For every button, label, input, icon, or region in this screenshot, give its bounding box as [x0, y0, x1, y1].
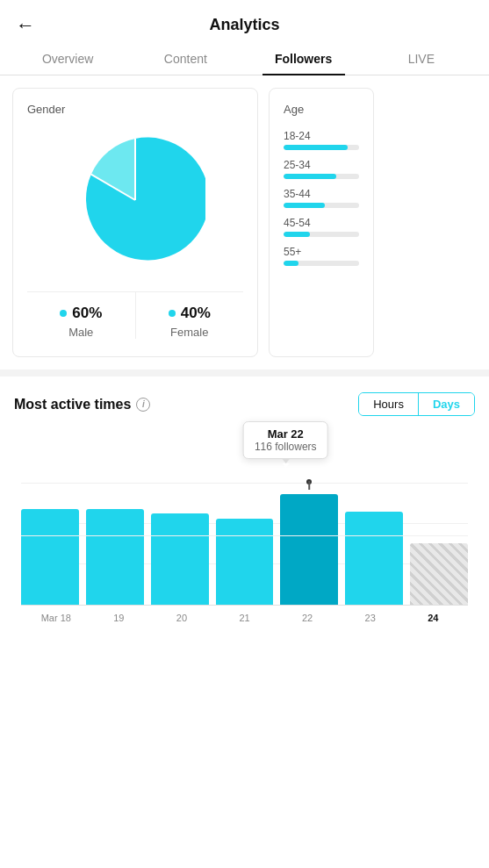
legend-male: 60% Male — [27, 292, 136, 339]
hours-toggle[interactable]: Hours — [359, 393, 419, 415]
active-times-title: Most active times — [14, 397, 131, 412]
bar — [86, 509, 144, 605]
male-label: Male — [68, 326, 93, 339]
bar — [21, 509, 79, 605]
gender-age-section: Gender 60% Male — [0, 75, 489, 369]
age-range-label: 25-34 — [284, 159, 359, 171]
bar-col[interactable] — [21, 483, 79, 605]
age-bar-fill — [284, 203, 325, 208]
title-group: Most active times i — [14, 397, 150, 412]
male-dot — [60, 310, 67, 317]
age-range-label: 18-24 — [284, 130, 359, 142]
age-row: 55+ — [284, 246, 359, 266]
days-toggle[interactable]: Days — [419, 393, 474, 415]
bar-col[interactable] — [151, 483, 209, 605]
bar-label: 19 — [91, 613, 147, 623]
age-bar-fill — [284, 232, 310, 237]
age-range-label: 55+ — [284, 246, 359, 258]
female-label: Female — [170, 326, 208, 339]
bar-col[interactable] — [410, 483, 468, 605]
bar — [345, 512, 403, 605]
age-row: 25-34 — [284, 159, 359, 179]
bar — [216, 519, 274, 605]
tab-followers[interactable]: Followers — [245, 43, 363, 75]
bar-label: 20 — [154, 613, 210, 623]
bar-chart-wrapper: Mar 22 116 followers Mar 18192021222324 — [14, 430, 475, 623]
bar-col[interactable] — [280, 483, 338, 605]
age-bar-fill — [284, 261, 298, 266]
bar — [410, 543, 468, 605]
bar-label: 24 — [405, 613, 461, 623]
age-bar-bg — [284, 261, 359, 266]
bar — [151, 513, 209, 605]
gender-label: Gender — [27, 103, 243, 116]
age-rows: 18-24 25-34 35-44 45-54 55+ — [284, 130, 359, 266]
female-dot — [169, 310, 176, 317]
info-icon[interactable]: i — [136, 398, 150, 412]
age-range-label: 35-44 — [284, 188, 359, 200]
age-card: Age 18-24 25-34 35-44 45-54 55+ — [269, 88, 374, 357]
age-bar-bg — [284, 232, 359, 237]
bar-tooltip-line — [309, 481, 311, 490]
age-row: 45-54 — [284, 217, 359, 237]
page-title: Analytics — [209, 16, 279, 34]
active-times-section: Most active times i Hours Days Mar 22 11… — [0, 377, 489, 623]
bar-labels: Mar 18192021222324 — [21, 606, 468, 623]
age-row: 18-24 — [284, 130, 359, 150]
bar-col[interactable] — [345, 483, 403, 605]
header: ← Analytics — [0, 0, 489, 43]
bar-label: 22 — [279, 613, 335, 623]
active-times-header: Most active times i Hours Days — [14, 392, 475, 416]
age-range-label: 45-54 — [284, 217, 359, 229]
female-pct: 40% — [181, 305, 211, 322]
age-bar-bg — [284, 174, 359, 179]
bar-label: 23 — [342, 613, 399, 623]
back-button[interactable]: ← — [16, 14, 35, 37]
bar-label: 21 — [217, 613, 273, 623]
male-pct: 60% — [72, 305, 102, 322]
bar-chart — [21, 430, 468, 606]
age-bar-bg — [284, 145, 359, 150]
gender-legend: 60% Male 40% Female — [27, 291, 243, 339]
tab-live[interactable]: LIVE — [363, 43, 480, 75]
age-bar-fill — [284, 145, 348, 150]
section-divider — [0, 369, 489, 377]
toggle-group: Hours Days — [358, 392, 475, 416]
tab-bar: Overview Content Followers LIVE — [0, 43, 489, 75]
bar — [280, 494, 338, 605]
age-bar-bg — [284, 203, 359, 208]
gender-card: Gender 60% Male — [12, 88, 258, 357]
tab-content[interactable]: Content — [126, 43, 244, 75]
bar-col[interactable] — [86, 483, 144, 605]
bar-col[interactable] — [216, 483, 274, 605]
bar-label: Mar 18 — [28, 613, 84, 623]
legend-female: 40% Female — [136, 292, 244, 339]
age-label: Age — [284, 103, 359, 116]
tab-overview[interactable]: Overview — [9, 43, 126, 75]
age-bar-fill — [284, 174, 336, 179]
age-row: 35-44 — [284, 188, 359, 208]
gender-pie-chart — [27, 130, 243, 270]
